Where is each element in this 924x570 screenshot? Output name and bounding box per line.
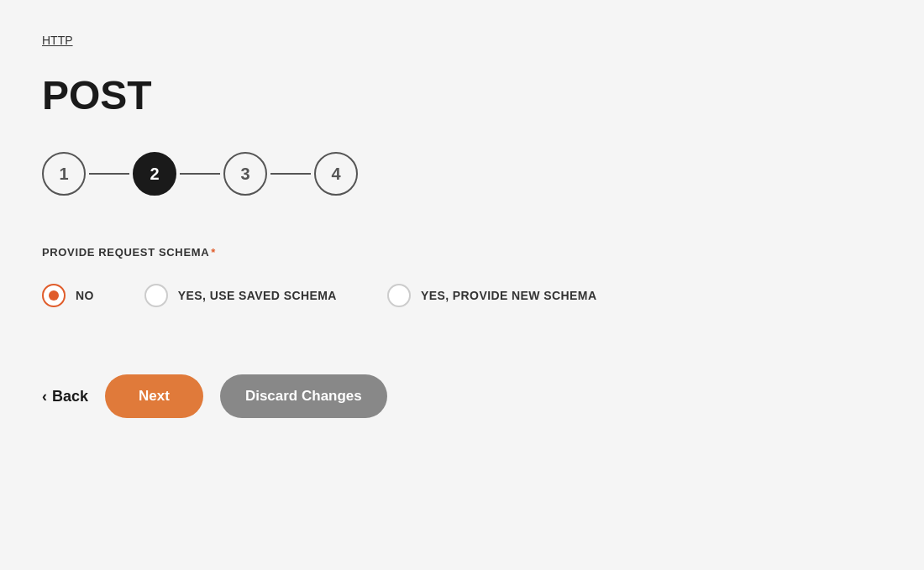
next-button[interactable]: Next — [105, 374, 203, 418]
step-4[interactable]: 4 — [314, 152, 358, 196]
step-connector-3-4 — [270, 173, 311, 175]
radio-option-no[interactable]: NO — [42, 284, 94, 307]
page-title: POST — [42, 72, 882, 118]
radio-button-yes-new[interactable] — [387, 284, 411, 307]
radio-button-no[interactable] — [42, 284, 66, 307]
radio-group: NO YES, USE SAVED SCHEMA YES, PROVIDE NE… — [42, 284, 882, 307]
step-2[interactable]: 2 — [133, 152, 176, 196]
back-chevron-icon: ‹ — [42, 388, 47, 405]
radio-button-yes-saved[interactable] — [144, 284, 168, 307]
radio-label-no: NO — [76, 289, 94, 302]
section-label: PROVIDE REQUEST SCHEMA* — [42, 246, 882, 259]
radio-option-yes-saved[interactable]: YES, USE SAVED SCHEMA — [144, 284, 337, 307]
back-button[interactable]: ‹ Back — [42, 388, 88, 405]
step-3[interactable]: 3 — [223, 152, 267, 196]
action-bar: ‹ Back Next Discard Changes — [42, 374, 882, 418]
required-indicator: * — [211, 246, 216, 259]
breadcrumb[interactable]: HTTP — [42, 34, 882, 47]
step-connector-2-3 — [180, 173, 220, 175]
radio-label-yes-new: YES, PROVIDE NEW SCHEMA — [421, 289, 597, 302]
radio-label-yes-saved: YES, USE SAVED SCHEMA — [178, 289, 337, 302]
step-connector-1-2 — [89, 173, 129, 175]
radio-option-yes-new[interactable]: YES, PROVIDE NEW SCHEMA — [387, 284, 597, 307]
radio-inner-no — [49, 290, 59, 301]
step-1[interactable]: 1 — [42, 152, 86, 196]
stepper: 1 2 3 4 — [42, 152, 882, 196]
page-container: HTTP POST 1 2 3 4 PROVIDE REQUEST SCHEMA… — [0, 0, 924, 570]
discard-button[interactable]: Discard Changes — [220, 374, 387, 418]
